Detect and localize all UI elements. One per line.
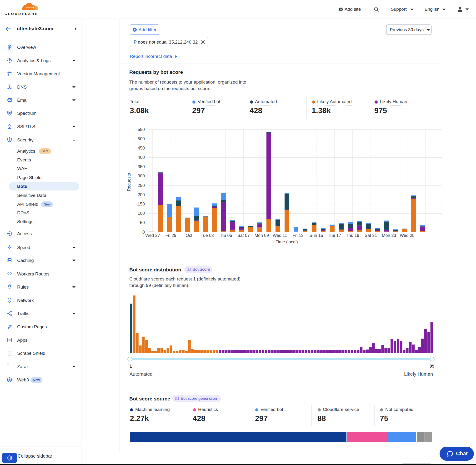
svg-text:Oct: Oct [186, 233, 192, 238]
svg-text:Sat 21: Sat 21 [365, 233, 377, 238]
svg-text:Sun 15: Sun 15 [309, 233, 323, 238]
svg-text:Requests: Requests [127, 173, 131, 191]
svg-text:200: 200 [138, 192, 145, 197]
svg-text:Sat 07: Sat 07 [237, 233, 250, 238]
svg-text:Fri 13: Fri 13 [293, 233, 304, 238]
svg-text:100: 100 [138, 211, 145, 216]
svg-text:Wed 25: Wed 25 [400, 233, 414, 238]
svg-text:0: 0 [142, 230, 145, 234]
svg-text:Thu 19: Thu 19 [346, 233, 359, 238]
svg-text:Thu 05: Thu 05 [219, 233, 232, 238]
svg-text:Wed 11: Wed 11 [273, 233, 287, 238]
svg-text:Tue 17: Tue 17 [328, 233, 341, 238]
svg-text:Tue 03: Tue 03 [201, 233, 214, 238]
svg-text:150: 150 [138, 202, 145, 206]
svg-text:250: 250 [138, 183, 145, 188]
svg-text:400: 400 [138, 155, 145, 160]
svg-text:50: 50 [140, 220, 145, 225]
svg-text:500: 500 [138, 137, 145, 141]
svg-text:Wed 27: Wed 27 [145, 233, 160, 238]
svg-text:550: 550 [138, 127, 145, 132]
svg-text:300: 300 [138, 174, 145, 178]
svg-text:Fri 29: Fri 29 [165, 233, 176, 238]
svg-text:350: 350 [138, 164, 145, 169]
svg-text:450: 450 [138, 146, 145, 150]
svg-text:Mon 23: Mon 23 [382, 233, 396, 238]
svg-text:Mon 09: Mon 09 [254, 233, 269, 238]
svg-text:Time (local): Time (local) [275, 240, 298, 244]
